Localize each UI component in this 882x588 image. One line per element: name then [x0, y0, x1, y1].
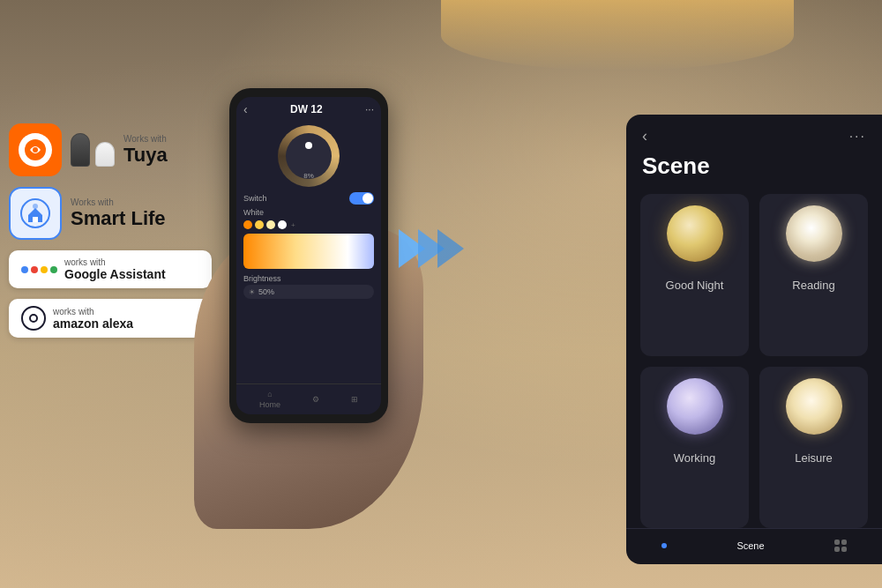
scene-nav-scene[interactable]: Scene [736, 540, 764, 551]
tuya-icon [9, 123, 62, 176]
scene-nav-scene-label: Scene [736, 540, 764, 551]
scene-bottom-nav: Scene [626, 528, 882, 564]
brightness-label: Brightness [243, 274, 281, 283]
phone-mockup: ‹ DW 12 ··· 8% Switch [212, 71, 406, 458]
switch-row: Switch [236, 190, 381, 206]
scene-img-reading [759, 194, 868, 273]
settings-icon: ⚙ [312, 395, 319, 404]
scene-title: Scene [626, 149, 882, 194]
scene-img-working [640, 367, 749, 446]
tuya-logo [19, 133, 52, 167]
nav-grid-icon [834, 540, 847, 552]
moon-icon [667, 205, 723, 262]
leisure-light-icon [786, 378, 842, 435]
color-orange[interactable] [243, 220, 252, 229]
white-label-row: White [236, 206, 381, 219]
tuya-brand-name: Tuya [123, 144, 168, 167]
color-white[interactable] [278, 220, 287, 229]
sun-icon: ☀ [249, 288, 255, 296]
google-works-text: works with [64, 257, 166, 267]
google-home-device [95, 142, 115, 167]
phone-menu[interactable]: ··· [365, 103, 374, 115]
google-dot-green [50, 266, 57, 273]
phone-nav-home[interactable]: ⌂ Home [259, 390, 280, 409]
home-icon: ⌂ [267, 390, 272, 398]
scene-img-good-night [640, 194, 749, 273]
scene-card-working[interactable]: Working [640, 367, 749, 529]
scene-back-button[interactable]: ‹ [642, 127, 647, 145]
dial-ring[interactable]: 8% [278, 125, 340, 187]
phone-frame: ‹ DW 12 ··· 8% Switch [229, 88, 388, 423]
scene-label-working: Working [670, 446, 719, 473]
grid-cell-1 [834, 540, 840, 545]
google-dot-red [31, 266, 38, 273]
phone-screen: ‹ DW 12 ··· 8% Switch [236, 97, 381, 414]
smartlife-works-with: Works with [71, 197, 166, 207]
brightness-row: Brightness ☀ 50% [236, 272, 381, 301]
ceiling-light-effect [441, 0, 794, 71]
color-cream[interactable] [266, 220, 275, 229]
google-dot-blue [21, 266, 28, 273]
grid-cell-2 [841, 540, 847, 545]
smartlife-label: Works with Smart Life [71, 197, 166, 230]
toggle-switch[interactable] [349, 192, 374, 205]
phone-title: DW 12 [290, 103, 323, 115]
dial-percent: 8% [303, 172, 314, 180]
color-yellow[interactable] [255, 220, 264, 229]
dial-dot [305, 142, 312, 149]
smartlife-brand-name: Smart Life [71, 207, 166, 230]
dial-container: 8% [236, 122, 381, 190]
white-label: White [243, 208, 264, 217]
color-plus[interactable]: + [291, 221, 295, 229]
grid-cell-4 [841, 547, 847, 552]
smartlife-badge: Works with Smart Life [9, 187, 212, 240]
tuya-badge: Works with Tuya [9, 123, 212, 176]
svg-rect-3 [33, 217, 38, 222]
svg-point-4 [33, 204, 38, 209]
reading-light-icon [786, 205, 842, 262]
echo-device [71, 133, 90, 167]
phone-back-arrow[interactable]: ‹ [243, 102, 248, 116]
tuya-label: Works with Tuya [123, 134, 168, 167]
phone-nav-grid[interactable]: ⊞ [351, 395, 358, 404]
switch-label: Switch [243, 194, 267, 203]
scene-grid: Good Night Reading Working Leisure [626, 194, 882, 528]
phone-nav: ⌂ Home ⚙ ⊞ [236, 383, 381, 414]
smartlife-icon [9, 187, 62, 240]
scene-label-good-night: Good Night [662, 273, 728, 301]
scene-panel-header: ‹ ··· [626, 115, 882, 149]
svg-point-1 [33, 147, 38, 153]
scene-card-reading[interactable]: Reading [759, 194, 868, 356]
scene-panel: ‹ ··· Scene Good Night Reading Working [626, 115, 882, 564]
scene-label-leisure: Leisure [791, 446, 836, 473]
working-light-icon [667, 378, 723, 435]
nav-dot-icon [662, 543, 667, 548]
arrow-3 [437, 229, 464, 268]
scene-nav-grid[interactable] [834, 540, 847, 552]
alexa-badge: works with amazon alexa [9, 299, 212, 338]
scene-menu-button[interactable]: ··· [849, 129, 866, 145]
alexa-service-name: amazon alexa [53, 316, 133, 331]
color-row: + [236, 219, 381, 231]
home-label: Home [259, 400, 280, 409]
scene-card-leisure[interactable]: Leisure [759, 367, 868, 529]
brightness-bar[interactable]: ☀ 50% [243, 285, 374, 299]
alexa-icon [21, 306, 46, 331]
left-panel: Works with Tuya Works with Smart Life [9, 123, 212, 338]
toggle-knob [363, 193, 373, 204]
arrows [406, 229, 464, 268]
alexa-works-text: works with [53, 307, 133, 316]
phone-nav-settings[interactable]: ⚙ [312, 395, 319, 404]
google-assistant-badge: works with Google Assistant [9, 250, 212, 288]
grid-cell-3 [834, 547, 840, 552]
tuya-works-with: Works with [123, 134, 168, 144]
scene-nav-dot[interactable] [662, 543, 667, 548]
grid-icon: ⊞ [351, 395, 358, 404]
scene-card-good-night[interactable]: Good Night [640, 194, 749, 356]
scene-img-leisure [759, 367, 868, 446]
phone-header: ‹ DW 12 ··· [236, 97, 381, 122]
alexa-ring [29, 314, 38, 323]
color-gradient-bar[interactable] [243, 234, 374, 269]
google-dots [21, 266, 57, 273]
google-dot-yellow [41, 266, 48, 273]
